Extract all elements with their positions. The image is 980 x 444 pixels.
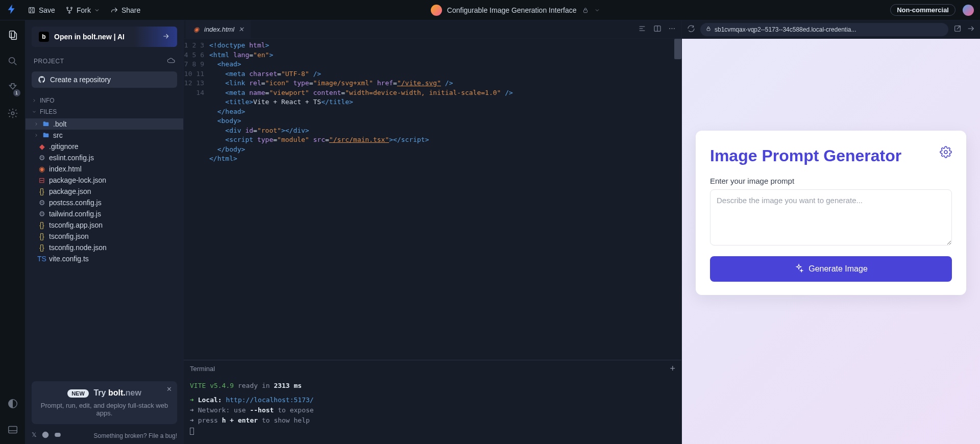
theme-toggle[interactable] <box>7 398 18 411</box>
twitter-icon[interactable]: 𝕏 <box>32 431 37 440</box>
save-icon <box>28 6 36 14</box>
svg-point-10 <box>42 432 48 438</box>
file-pkglock[interactable]: ⊟package-lock.json <box>26 175 183 186</box>
save-button[interactable]: Save <box>28 6 55 14</box>
folder-bolt[interactable]: .bolt <box>26 118 183 130</box>
preview-url-bar[interactable]: sb1cvmqax-vqp2--5173--34c588ed.local-cre… <box>700 23 948 36</box>
save-label: Save <box>39 6 55 14</box>
close-icon[interactable]: ✕ <box>166 385 172 393</box>
user-avatar-icon[interactable] <box>963 5 974 16</box>
code-content[interactable]: <!doctype html> <html lang="en"> <head> … <box>209 39 681 360</box>
fork-button[interactable]: Fork <box>65 6 100 14</box>
topbar: Save Fork Share Configurable Image Gener… <box>0 0 980 20</box>
file-postcss[interactable]: ⚙postcss.config.js <box>26 197 183 208</box>
discord-icon[interactable] <box>54 431 61 440</box>
format-icon[interactable] <box>638 24 646 34</box>
generate-button[interactable]: Generate Image <box>710 256 952 282</box>
file-eslint[interactable]: ⚙eslint.config.js <box>26 152 183 163</box>
lock-icon <box>705 26 712 33</box>
settings-tab[interactable] <box>7 108 18 120</box>
svg-point-2 <box>71 7 72 9</box>
file-index[interactable]: ◉index.html <box>26 163 183 175</box>
promo-subtitle: Prompt, run, edit, and deploy full-stack… <box>39 402 170 417</box>
github-icon[interactable] <box>42 431 49 440</box>
file-bug-link[interactable]: Something broken? File a bug! <box>94 432 177 439</box>
folder-icon <box>42 131 50 139</box>
preview-content: Image Prompt Generator Enter your image … <box>682 39 980 444</box>
line-gutter: 1 2 3 4 5 6 7 8 9 10 11 12 13 14 <box>184 39 209 360</box>
json-icon: {} <box>38 243 46 252</box>
chevron-down-icon[interactable] <box>594 7 600 13</box>
scrollbar[interactable] <box>674 39 681 59</box>
license-badge[interactable]: Non-commercial <box>890 4 955 16</box>
terminal-output[interactable]: VITE v5.4.9 ready in 2313 ms ➜ Local: ht… <box>184 377 681 444</box>
file-vite[interactable]: TSvite.config.ts <box>26 253 183 264</box>
lock-icon[interactable] <box>582 7 589 14</box>
file-tsapp[interactable]: {}tsconfig.app.json <box>26 219 183 231</box>
add-terminal-icon[interactable]: + <box>670 363 675 374</box>
project-label: PROJECT <box>34 58 64 65</box>
share-button[interactable]: Share <box>110 6 140 14</box>
create-repo-label: Create a repository <box>50 76 111 84</box>
explorer-tab[interactable] <box>7 30 18 42</box>
fork-label: Fork <box>77 6 91 14</box>
arrow-right-icon <box>162 32 170 42</box>
preview-url: sb1cvmqax-vqp2--5173--34c588ed.local-cre… <box>715 26 856 33</box>
svg-point-1 <box>67 7 68 9</box>
settings-icon[interactable] <box>940 146 952 160</box>
generate-label: Generate Image <box>808 264 868 274</box>
share-label: Share <box>121 6 140 14</box>
promo-card: ✕ NEW Try bolt.new Prompt, run, edit, an… <box>32 381 177 424</box>
git-icon: ◆ <box>38 142 46 151</box>
gear-icon: ⚙ <box>38 210 46 218</box>
tab-row: ◉ index.html ✕ ⋯ <box>184 20 681 39</box>
reload-icon[interactable] <box>687 24 695 34</box>
svg-point-7 <box>11 112 14 115</box>
expand-icon[interactable] <box>967 24 975 34</box>
activity-bar: 1 <box>0 20 26 444</box>
gear-icon: ⚙ <box>38 199 46 207</box>
tab-label: index.html <box>204 26 234 33</box>
open-in-bolt-label: Open in bolt.new | AI <box>54 33 125 41</box>
file-gitignore[interactable]: ◆.gitignore <box>26 141 183 152</box>
create-repo-button[interactable]: Create a repository <box>32 71 177 88</box>
split-icon[interactable] <box>653 24 662 34</box>
ts-icon: TS <box>38 255 46 263</box>
editor-area: ◉ index.html ✕ ⋯ 1 2 3 4 5 6 7 8 9 10 11… <box>184 20 681 444</box>
preview-card: Image Prompt Generator Enter your image … <box>696 131 966 295</box>
card-title: Image Prompt Generator <box>710 146 901 165</box>
prompt-textarea[interactable] <box>710 189 952 245</box>
project-title[interactable]: Configurable Image Generation Interface <box>447 6 577 14</box>
ports-tab[interactable]: 1 <box>7 82 18 94</box>
svg-point-3 <box>69 12 70 13</box>
panel-toggle[interactable] <box>7 424 18 437</box>
bolt-logo-icon[interactable] <box>6 4 17 16</box>
file-pkg[interactable]: {}package.json <box>26 186 183 197</box>
file-tailwind[interactable]: ⚙tailwind.config.js <box>26 208 183 219</box>
project-avatar-icon <box>431 5 442 16</box>
terminal-tab[interactable]: Terminal <box>190 365 215 373</box>
input-label: Enter your image prompt <box>710 177 952 185</box>
info-section[interactable]: INFO <box>26 95 183 106</box>
search-tab[interactable] <box>7 56 18 68</box>
svg-point-15 <box>944 151 947 154</box>
editor-tab[interactable]: ◉ index.html ✕ <box>186 20 251 38</box>
close-icon[interactable]: ✕ <box>238 26 244 33</box>
file-tsconfig[interactable]: {}tsconfig.json <box>26 231 183 242</box>
code-editor[interactable]: 1 2 3 4 5 6 7 8 9 10 11 12 13 14 <!docty… <box>184 39 681 360</box>
open-in-bolt-button[interactable]: b Open in bolt.new | AI <box>32 27 177 47</box>
open-external-icon[interactable] <box>953 24 962 34</box>
terminal-panel: Terminal + VITE v5.4.9 ready in 2313 ms … <box>184 360 681 444</box>
folder-src[interactable]: src <box>26 130 183 141</box>
project-header: PROJECT <box>26 54 183 68</box>
json-icon: {} <box>38 187 46 195</box>
bolt-b-icon: b <box>39 32 49 42</box>
files-section[interactable]: FILES <box>26 106 183 117</box>
file-tsnode[interactable]: {}tsconfig.node.json <box>26 242 183 253</box>
gear-icon: ⚙ <box>38 154 46 162</box>
more-icon[interactable]: ⋯ <box>669 24 675 34</box>
sidebar: b Open in bolt.new | AI PROJECT Create a… <box>26 20 184 444</box>
preview-toolbar: sb1cvmqax-vqp2--5173--34c588ed.local-cre… <box>682 20 980 39</box>
files-label: FILES <box>40 108 57 115</box>
cloud-sync-icon[interactable] <box>167 57 175 65</box>
